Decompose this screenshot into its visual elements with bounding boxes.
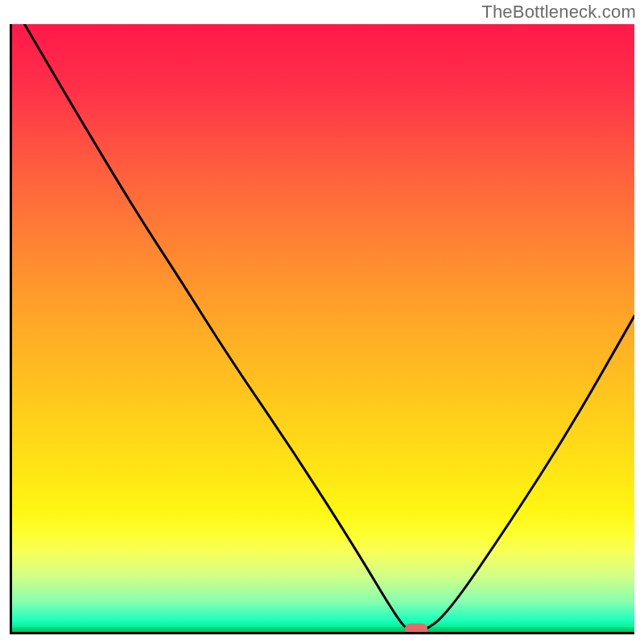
plot-area <box>10 24 634 634</box>
optimal-marker <box>405 624 427 634</box>
chart-stage: TheBottleneck.com <box>0 0 644 644</box>
bottleneck-curve <box>12 24 634 632</box>
watermark-text: TheBottleneck.com <box>481 3 636 21</box>
